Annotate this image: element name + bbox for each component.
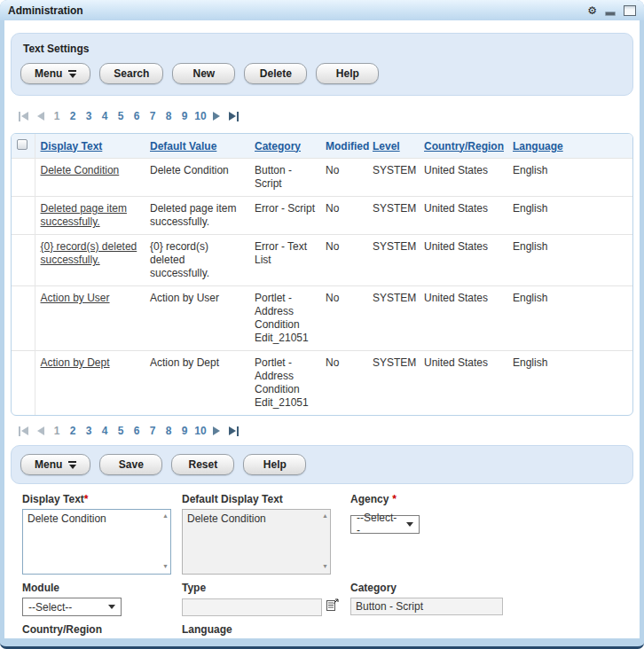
column-header-modified: Modified [326, 140, 369, 152]
page-number-7[interactable]: 7 [145, 425, 161, 437]
page-number-10[interactable]: 10 [192, 110, 208, 122]
modified-cell: No [320, 235, 367, 286]
display-text-link[interactable]: Action by Dept [41, 356, 110, 369]
module-select[interactable]: --Select-- [22, 598, 122, 616]
new-button[interactable]: New [172, 63, 235, 84]
page-number-4[interactable]: 4 [97, 425, 113, 437]
language-cell: English [507, 351, 571, 416]
minimize-icon[interactable] [605, 12, 616, 16]
previous-page-icon[interactable] [37, 112, 44, 121]
page-number-3[interactable]: 3 [81, 425, 97, 437]
edit-form: Display Text* Delete Condition ▲ ▼ Defau… [11, 484, 633, 638]
level-cell: SYSTEM [367, 351, 419, 416]
agency-label: Agency* [350, 493, 420, 505]
modified-cell: No [320, 351, 367, 416]
save-button[interactable]: Save [99, 454, 162, 475]
menu-dropdown-icon [68, 461, 76, 469]
display-text-field: Display Text* Delete Condition ▲ ▼ [22, 493, 171, 575]
language-cell: English [507, 197, 571, 235]
search-button[interactable]: Search [99, 63, 163, 84]
menu-button-label: Menu [35, 458, 62, 471]
category-cell: Portlet - Address Condition Edit_21051 [249, 286, 320, 351]
gear-icon[interactable]: ⚙ [587, 5, 597, 16]
display-text-link[interactable]: Delete Condition [41, 164, 120, 176]
category-input[interactable] [350, 598, 503, 615]
country-cell: United States [419, 351, 507, 416]
page-number-9[interactable]: 9 [177, 425, 192, 437]
category-field: Category [350, 582, 503, 615]
page-number-8[interactable]: 8 [161, 110, 177, 122]
window-title: Administration [8, 4, 587, 17]
category-cell: Button - Script [249, 159, 320, 197]
page-number-5[interactable]: 5 [113, 425, 129, 437]
help-button[interactable]: Help [316, 63, 379, 84]
column-header-level[interactable]: Level [373, 140, 400, 152]
previous-page-icon[interactable] [37, 426, 44, 435]
category-label: Category [350, 582, 503, 594]
last-page-icon[interactable] [229, 112, 239, 121]
page-number-5[interactable]: 5 [113, 110, 129, 122]
display-text-link[interactable]: Deleted page item successfully. [41, 202, 127, 228]
lookup-icon[interactable] [326, 598, 340, 615]
table-row[interactable]: Delete Condition Delete Condition Button… [12, 159, 632, 197]
page-number-9[interactable]: 9 [177, 110, 192, 122]
page-number-6[interactable]: 6 [129, 425, 145, 437]
menu-button[interactable]: Menu [20, 454, 90, 475]
next-page-icon[interactable] [213, 426, 220, 435]
module-select-value: --Select-- [28, 601, 72, 614]
display-text-link[interactable]: {0} record(s) deleted successfully. [41, 240, 137, 266]
scroll-down-icon[interactable]: ▼ [322, 563, 328, 569]
default-value-cell: Deleted page item successfully. [145, 197, 249, 235]
delete-button[interactable]: Delete [244, 63, 307, 84]
page-number-8[interactable]: 8 [161, 425, 177, 437]
menu-button-label: Menu [35, 67, 62, 80]
menu-button[interactable]: Menu [20, 63, 90, 84]
help-button[interactable]: Help [243, 454, 306, 475]
page-number-1[interactable]: 1 [49, 110, 65, 122]
table-row[interactable]: {0} record(s) deleted successfully. {0} … [12, 235, 632, 286]
language-label: Language [182, 623, 331, 636]
scroll-down-icon[interactable]: ▼ [162, 563, 169, 569]
page-number-2[interactable]: 2 [65, 110, 81, 122]
page-number-7[interactable]: 7 [145, 110, 161, 122]
column-header-category[interactable]: Category [255, 140, 301, 152]
scroll-up-icon[interactable]: ▲ [162, 512, 169, 519]
page-number-10[interactable]: 10 [192, 425, 208, 437]
agency-select[interactable]: --Select-- [350, 515, 420, 534]
default-display-text-input[interactable]: Delete Condition [182, 509, 331, 575]
display-text-link[interactable]: Action by User [41, 292, 110, 304]
table-row[interactable]: Deleted page item successfully. Deleted … [12, 197, 632, 235]
page-number-4[interactable]: 4 [97, 110, 113, 122]
default-value-cell: Delete Condition [145, 159, 249, 197]
chevron-down-icon [108, 605, 115, 609]
default-value-cell: Action by User [145, 286, 249, 351]
first-page-icon[interactable] [19, 426, 28, 436]
country-field: Country/Region [22, 623, 171, 638]
scroll-up-icon[interactable]: ▲ [322, 512, 328, 519]
page-number-2[interactable]: 2 [65, 425, 81, 437]
column-header-language[interactable]: Language [513, 140, 563, 152]
table-row[interactable]: Action by Dept Action by Dept Portlet - … [12, 351, 632, 416]
required-marker: * [84, 493, 89, 505]
language-cell: English [507, 286, 571, 351]
table-row[interactable]: Action by User Action by User Portlet - … [12, 286, 632, 351]
modified-cell: No [320, 197, 367, 235]
display-text-input[interactable]: Delete Condition [22, 509, 171, 575]
select-all-checkbox[interactable] [17, 139, 27, 150]
column-header-display-text[interactable]: Display Text [41, 140, 103, 152]
column-header-country[interactable]: Country/Region [424, 140, 504, 152]
last-page-icon[interactable] [229, 426, 239, 436]
next-page-icon[interactable] [213, 112, 220, 121]
pagination-bottom: 1 2 3 4 5 6 7 8 9 10 [14, 422, 633, 440]
first-page-icon[interactable] [19, 112, 28, 121]
page-number-1[interactable]: 1 [49, 425, 65, 437]
maximize-icon[interactable] [624, 5, 636, 16]
country-cell: United States [419, 197, 507, 235]
module-label: Module [22, 582, 122, 594]
reset-button[interactable]: Reset [171, 454, 234, 475]
window-titlebar: Administration ⚙ [0, 0, 644, 20]
page-number-6[interactable]: 6 [129, 110, 145, 122]
page-number-3[interactable]: 3 [81, 110, 97, 122]
column-header-default-value[interactable]: Default Value [150, 140, 216, 152]
type-input[interactable] [182, 598, 322, 616]
